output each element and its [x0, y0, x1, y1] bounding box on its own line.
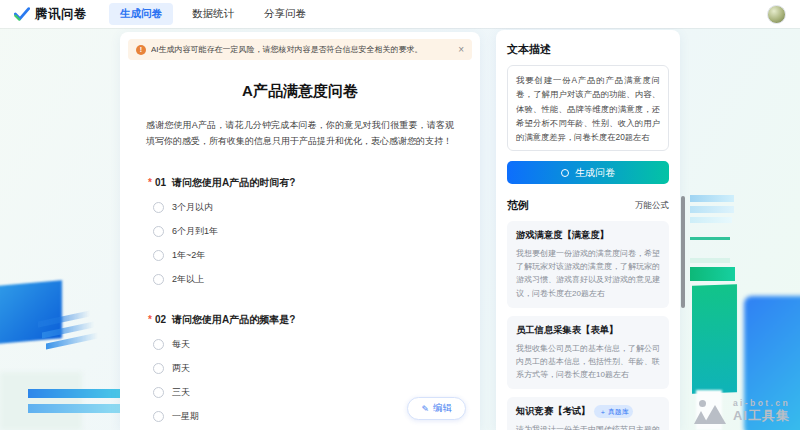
radio-icon[interactable]: [153, 226, 164, 237]
ai-bot-logo-icon: [694, 400, 726, 424]
decor-shape: [46, 332, 98, 349]
radio-icon[interactable]: [153, 202, 164, 213]
decor-shape: [690, 217, 732, 223]
survey-preview-card: ! AI生成内容可能存在一定风险，请您核对内容是否符合信息安全相关的要求。 × …: [120, 32, 480, 430]
decor-shape: [690, 267, 735, 281]
brand-name: 腾讯问卷: [35, 6, 87, 23]
required-asterisk: *: [148, 314, 152, 325]
question-block: *02请问您使用A产品的频率是? 每天 两天 三天 一星期 其他: [148, 313, 452, 430]
decor-shape: [42, 321, 94, 338]
example-title: 员工信息采集表【表单】: [516, 324, 618, 337]
tab-生成问卷[interactable]: 生成问卷: [109, 3, 173, 25]
text-description-title: 文本描述: [507, 42, 669, 57]
watermark: ai-bot.cn AI工具集: [694, 399, 790, 424]
radio-icon[interactable]: [153, 363, 164, 374]
tab-数据统计[interactable]: 数据统计: [181, 3, 245, 25]
description-textarea[interactable]: 我要创建一份A产品的产品满意度问卷，了解用户对该产品的功能、内容、体验、性能、品…: [507, 65, 669, 151]
question-text: 请问您使用A产品的频率是?: [172, 314, 295, 325]
ai-risk-banner: ! AI生成内容可能存在一定风险，请您核对内容是否符合信息安全相关的要求。 ×: [128, 39, 472, 60]
example-card[interactable]: 员工信息采集表【表单】 我想收集公司员工的基本信息，了解公司内员工的基本信息，包…: [507, 316, 669, 390]
navbar-tabs: 生成问卷 数据统计 分享问卷: [109, 3, 317, 25]
question-number: 01: [155, 177, 166, 188]
example-badge: ＋ 真题库: [594, 405, 633, 418]
radio-icon[interactable]: [153, 339, 164, 350]
decor-shape: [0, 372, 82, 430]
scrollbar-thumb[interactable]: [681, 196, 685, 308]
radio-option[interactable]: 6个月到1年: [153, 225, 452, 238]
example-list: 游戏满意度【满意度】 我想要创建一份游戏的满意度问卷，希望了解玩家对该游戏的满意…: [507, 221, 669, 430]
generate-button-label: 生成问卷: [575, 166, 615, 180]
example-title: 知识竞赛【考试】: [516, 405, 590, 418]
radio-icon[interactable]: [153, 250, 164, 261]
radio-option[interactable]: 两天: [153, 362, 452, 375]
user-avatar[interactable]: [767, 5, 786, 24]
radio-option[interactable]: 三天: [153, 386, 452, 399]
top-navbar: 腾讯问卷 生成问卷 数据统计 分享问卷: [0, 0, 800, 28]
question-number: 02: [155, 314, 166, 325]
edit-button-label: 编辑: [433, 402, 452, 415]
tab-分享问卷[interactable]: 分享问卷: [253, 3, 317, 25]
option-list: 3个月以内 6个月到1年 1年~2年 2年以上: [148, 201, 452, 286]
question-text: 请问您使用A产品的时间有?: [172, 177, 295, 188]
example-title: 游戏满意度【满意度】: [516, 229, 609, 242]
survey-title: A产品满意度问卷: [120, 82, 480, 101]
decor-shape: [690, 237, 730, 240]
option-label: 两天: [172, 362, 190, 375]
brand-logo[interactable]: 腾讯问卷: [14, 6, 87, 23]
decor-shape: [690, 206, 734, 213]
decor-shape: [690, 195, 734, 202]
decor-shape: [690, 258, 730, 263]
decor-shape: [28, 404, 120, 413]
radio-option[interactable]: 2年以上: [153, 273, 452, 286]
example-text: 我想要创建一份游戏的满意度问卷，希望了解玩家对该游戏的满意度，了解玩家的游戏习惯…: [516, 247, 660, 300]
radio-option[interactable]: 每天: [153, 338, 452, 351]
decor-shape: [0, 280, 62, 344]
warning-text: AI生成内容可能存在一定风险，请您核对内容是否符合信息安全相关的要求。: [151, 44, 423, 55]
option-label: 一星期: [172, 410, 199, 423]
question-block: *01请问您使用A产品的时间有? 3个月以内 6个月到1年 1年~2年 2年以上: [148, 176, 452, 286]
loading-ring-icon: [561, 169, 569, 177]
survey-description: 感谢您使用A产品，请花几分钟完成本问卷，你的意见对我们很重要，请客观填写你的感受…: [146, 117, 454, 149]
universal-formula-link[interactable]: 万能公式: [635, 200, 669, 212]
option-label: 三天: [172, 386, 190, 399]
example-card[interactable]: 游戏满意度【满意度】 我想要创建一份游戏的满意度问卷，希望了解玩家对该游戏的满意…: [507, 221, 669, 308]
radio-option[interactable]: 1年~2年: [153, 249, 452, 262]
decor-shape: [38, 310, 90, 327]
examples-title: 范例: [507, 198, 529, 213]
examples-header: 范例 万能公式: [507, 198, 669, 213]
radio-icon[interactable]: [153, 387, 164, 398]
generate-survey-button[interactable]: 生成问卷: [507, 161, 669, 184]
option-label: 3个月以内: [172, 201, 213, 214]
decor-shape: [28, 389, 120, 398]
example-card[interactable]: 知识竞赛【考试】 ＋ 真题库 请为我设计一份关于中国传统节日主题的知识竞赛题目，…: [507, 397, 669, 430]
radio-icon[interactable]: [153, 411, 164, 422]
required-asterisk: *: [148, 177, 152, 188]
example-text: 请为我设计一份关于中国传统节日主题的知识竞赛题目，一共10道题左右: [516, 423, 660, 430]
option-list: 每天 两天 三天 一星期 其他: [148, 338, 452, 430]
pencil-icon: ✎: [421, 404, 429, 414]
option-label: 1年~2年: [172, 249, 205, 262]
radio-icon[interactable]: [153, 274, 164, 285]
option-label: 2年以上: [172, 273, 204, 286]
edit-button[interactable]: ✎ 编辑: [407, 397, 466, 420]
warning-icon: !: [136, 45, 146, 55]
radio-option[interactable]: 3个月以内: [153, 201, 452, 214]
generation-panel: 文本描述 我要创建一份A产品的产品满意度问卷，了解用户对该产品的功能、内容、体验…: [496, 30, 680, 430]
decor-shape: [692, 284, 737, 394]
option-label: 每天: [172, 338, 190, 351]
checkmark-logo-icon: [14, 7, 30, 21]
example-text: 我想收集公司员工的基本信息，了解公司内员工的基本信息，包括性别、年龄、联系方式等…: [516, 342, 660, 382]
watermark-name: AI工具集: [733, 409, 790, 424]
option-label: 6个月到1年: [172, 225, 218, 238]
question-list: *01请问您使用A产品的时间有? 3个月以内 6个月到1年 1年~2年 2年以上…: [120, 176, 480, 430]
close-icon[interactable]: ×: [458, 45, 464, 55]
